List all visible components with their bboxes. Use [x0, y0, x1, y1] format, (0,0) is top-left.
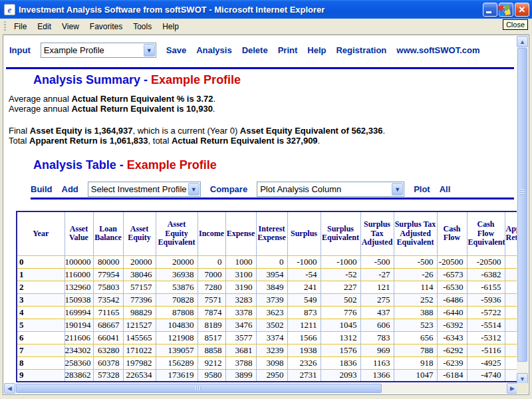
menu-tools[interactable]: Tools — [128, 20, 157, 33]
value-cell: 656 — [394, 331, 437, 344]
value-cell: 145565 — [123, 331, 156, 344]
controls-divider — [31, 198, 514, 200]
delete-link[interactable]: Delete — [242, 45, 268, 55]
value-cell — [505, 255, 518, 268]
chevron-down-icon[interactable]: ▼ — [392, 183, 403, 196]
chevron-down-icon[interactable]: ▼ — [188, 183, 200, 196]
year-cell: 3 — [17, 293, 65, 306]
plot-column-select[interactable]: Plot Analysis Column ▼ — [257, 182, 404, 197]
value-cell: -6343 — [437, 331, 467, 344]
value-cell: 783 — [360, 331, 394, 344]
value-cell: -6184 — [437, 369, 467, 382]
value-cell: 1000 — [225, 255, 256, 268]
chevron-down-icon[interactable]: ▼ — [144, 44, 155, 57]
value-cell: -6440 — [437, 306, 467, 319]
menu-favorites[interactable]: Favorites — [84, 20, 128, 33]
menu-file[interactable]: File — [9, 20, 32, 33]
input-profile-select-value: Example Profile — [44, 45, 104, 55]
minimize-button[interactable] — [483, 3, 497, 17]
value-cell: -500 — [360, 255, 394, 268]
summary-line-1: Average annual Actual Return Equivalent … — [9, 94, 215, 104]
column-header: Cash Flow Equivalent — [467, 211, 505, 255]
close-button[interactable]: ✕ — [515, 3, 529, 17]
value-cell: 283862 — [65, 369, 93, 382]
value-cell: 132960 — [65, 281, 93, 293]
add-link[interactable]: Add — [62, 184, 78, 194]
analysis-table-heading-prefix: Analysis Table - — [33, 158, 127, 172]
value-cell: 77954 — [93, 268, 123, 281]
close-tooltip: Close — [503, 19, 528, 30]
vertical-scrollbar-thumb[interactable] — [517, 48, 527, 362]
value-cell: 3623 — [256, 306, 287, 319]
value-cell: 3100 — [225, 268, 256, 281]
table-row: 3150938735427739670828757132833739549502… — [17, 293, 518, 306]
value-cell: 57157 — [123, 281, 156, 293]
windows-flag-icon — [498, 5, 511, 17]
menu-edit[interactable]: Edit — [32, 20, 57, 33]
table-row: 7234302632801710221390578858368132391938… — [17, 344, 518, 356]
website-link[interactable]: www.softSWOT.com — [396, 45, 479, 55]
compare-link[interactable]: Compare — [210, 184, 247, 194]
column-header: Surplus — [287, 211, 321, 255]
value-cell: 57328 — [93, 369, 123, 382]
value-cell: 68667 — [93, 319, 123, 331]
column-header: Expense — [225, 211, 256, 255]
browser-viewport: Input Example Profile ▼ Save Analysis De… — [3, 35, 529, 395]
value-cell: 873 — [287, 306, 321, 319]
value-cell: 121 — [360, 281, 394, 293]
value-cell: 3476 — [225, 319, 256, 331]
value-cell: 258360 — [65, 356, 93, 369]
value-cell: 3788 — [225, 356, 256, 369]
all-link[interactable]: All — [440, 184, 451, 194]
menu-view[interactable]: View — [57, 20, 84, 33]
summary-line-4: Total Apparent Return is 1,061,833, tota… — [9, 136, 320, 146]
investment-profile-select[interactable]: Select Investment Profile ▼ — [88, 182, 201, 197]
plot-link[interactable]: Plot — [414, 184, 430, 194]
value-cell: 3378 — [225, 306, 256, 319]
build-link[interactable]: Build — [31, 184, 53, 194]
value-cell: 606 — [360, 319, 394, 331]
column-header: Surplus Tax Adjusted — [360, 211, 394, 255]
input-link[interactable]: Input — [9, 45, 31, 55]
scroll-left-icon[interactable]: ◀ — [4, 383, 15, 394]
year-cell: 4 — [17, 306, 65, 319]
value-cell: -27 — [360, 268, 394, 281]
value-cell: 211606 — [65, 331, 93, 344]
vertical-scrollbar[interactable]: ▲ ▼ — [517, 36, 528, 384]
value-cell: 0 — [198, 255, 225, 268]
value-cell: 3283 — [225, 293, 256, 306]
value-cell: 1163 — [360, 356, 394, 369]
value-cell: 3681 — [225, 344, 256, 356]
column-header: Asset Equity Equivalent — [156, 211, 198, 255]
value-cell: 197982 — [123, 356, 156, 369]
year-cell: 9 — [17, 369, 65, 382]
close-icon: ✕ — [519, 5, 526, 14]
year-cell: 2 — [17, 281, 65, 293]
value-cell: 73542 — [93, 293, 123, 306]
registration-link[interactable]: Registration — [336, 45, 386, 55]
investment-profile-select-value: Select Investment Profile — [91, 184, 187, 194]
value-cell: -5312 — [467, 331, 505, 344]
save-link[interactable]: Save — [166, 45, 186, 55]
summary-line-3: Final Asset Equity is 1,364,937, which i… — [9, 126, 385, 136]
horizontal-scrollbar-thumb[interactable] — [16, 384, 382, 393]
value-cell: -20500 — [467, 255, 505, 268]
ie-document-icon: e — [4, 4, 15, 15]
input-profile-select[interactable]: Example Profile ▼ — [41, 43, 156, 58]
scroll-up-icon[interactable]: ▲ — [517, 36, 528, 47]
analysis-table-heading: Analysis Table - Example Profile — [33, 158, 217, 172]
analysis-table: YearAsset ValueLoan BalanceAsset EquityA… — [16, 211, 518, 382]
table-row: 9283862573282265341736199580389929502731… — [17, 369, 518, 382]
value-cell: 121908 — [156, 331, 198, 344]
menu-help[interactable]: Help — [157, 20, 184, 33]
value-cell: 969 — [360, 344, 394, 356]
help-link[interactable]: Help — [307, 45, 326, 55]
value-cell: 150938 — [65, 293, 93, 306]
analysis-link[interactable]: Analysis — [196, 45, 231, 55]
print-link[interactable]: Print — [278, 45, 298, 55]
year-cell: 8 — [17, 356, 65, 369]
value-cell: 169994 — [65, 306, 93, 319]
value-cell: -5116 — [467, 344, 505, 356]
horizontal-scrollbar[interactable]: ◀ ▶ — [4, 383, 518, 394]
value-cell: -1000 — [321, 255, 360, 268]
